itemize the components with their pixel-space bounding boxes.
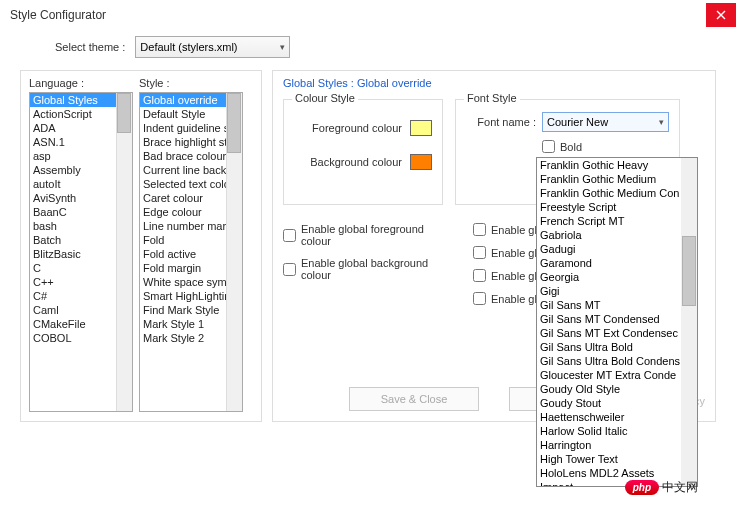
font-name-label: Font name : xyxy=(466,116,536,128)
enable-global-fg-checkbox[interactable]: Enable global foreground colour xyxy=(283,223,455,247)
font-option[interactable]: Georgia xyxy=(537,270,683,284)
font-option[interactable]: Gil Sans MT xyxy=(537,298,683,312)
list-item[interactable]: Smart HighLighting xyxy=(140,289,228,303)
list-item[interactable]: BaanC xyxy=(30,205,118,219)
font-option[interactable]: Haettenschweiler xyxy=(537,410,683,424)
list-item[interactable]: White space symb xyxy=(140,275,228,289)
scroll-thumb[interactable] xyxy=(117,93,131,133)
list-item[interactable]: Edge colour xyxy=(140,205,228,219)
font-option[interactable]: Gil Sans Ultra Bold Condens xyxy=(537,354,683,368)
theme-value: Default (stylers.xml) xyxy=(140,41,237,53)
list-item[interactable]: Default Style xyxy=(140,107,228,121)
font-option[interactable]: Gloucester MT Extra Conde xyxy=(537,368,683,382)
list-item[interactable]: C# xyxy=(30,289,118,303)
list-item[interactable]: BlitzBasic xyxy=(30,247,118,261)
theme-select[interactable]: Default (stylers.xml) ▾ xyxy=(135,36,290,58)
font-option[interactable]: HoloLens MDL2 Assets xyxy=(537,466,683,480)
list-item[interactable]: Selected text colou xyxy=(140,177,228,191)
bg-label: Background colour xyxy=(310,156,402,168)
watermark: php 中文网 xyxy=(625,479,698,496)
list-item[interactable]: ActionScript xyxy=(30,107,118,121)
list-item[interactable]: ADA xyxy=(30,121,118,135)
bold-checkbox[interactable]: Bold xyxy=(542,140,669,153)
list-item[interactable]: Global Styles xyxy=(30,93,118,107)
list-item[interactable]: Caret colour xyxy=(140,191,228,205)
list-item[interactable]: ASN.1 xyxy=(30,135,118,149)
enable-global-bg-checkbox[interactable]: Enable global background colour xyxy=(283,257,455,281)
close-icon xyxy=(716,10,726,20)
list-item[interactable]: Fold xyxy=(140,233,228,247)
font-option[interactable]: Gil Sans MT Ext Condensec xyxy=(537,326,683,340)
chevron-down-icon: ▾ xyxy=(280,42,285,52)
save-close-button[interactable]: Save & Close xyxy=(349,387,479,411)
font-option[interactable]: Gigi xyxy=(537,284,683,298)
titlebar: Style Configurator xyxy=(0,0,736,30)
font-legend: Font Style xyxy=(464,92,520,104)
font-option[interactable]: Harlow Solid Italic xyxy=(537,424,683,438)
close-button[interactable] xyxy=(706,3,736,27)
font-option[interactable]: High Tower Text xyxy=(537,452,683,466)
list-item[interactable]: Brace highlight styl xyxy=(140,135,228,149)
font-option[interactable]: French Script MT xyxy=(537,214,683,228)
colour-style-group: Colour Style Foreground colour Backgroun… xyxy=(283,99,443,205)
font-option[interactable]: Franklin Gothic Medium Con xyxy=(537,186,683,200)
list-item[interactable]: C++ xyxy=(30,275,118,289)
font-option[interactable]: Gadugi xyxy=(537,242,683,256)
bg-colour-swatch[interactable] xyxy=(410,154,432,170)
list-item[interactable]: Batch xyxy=(30,233,118,247)
list-item[interactable]: Line number margin xyxy=(140,219,228,233)
font-option[interactable]: Goudy Stout xyxy=(537,396,683,410)
list-item[interactable]: AviSynth xyxy=(30,191,118,205)
scroll-thumb[interactable] xyxy=(227,93,241,153)
language-list[interactable]: Global StylesActionScriptADAASN.1aspAsse… xyxy=(29,92,133,412)
left-panel: Language : Global StylesActionScriptADAA… xyxy=(20,70,262,422)
fg-label: Foreground colour xyxy=(312,122,402,134)
language-label: Language : xyxy=(29,77,133,89)
list-item[interactable]: Fold active xyxy=(140,247,228,261)
list-item[interactable]: Bad brace colour xyxy=(140,149,228,163)
font-option[interactable]: Gil Sans Ultra Bold xyxy=(537,340,683,354)
list-item[interactable]: COBOL xyxy=(30,331,118,345)
scrollbar[interactable] xyxy=(681,158,697,486)
list-item[interactable]: C xyxy=(30,261,118,275)
colour-legend: Colour Style xyxy=(292,92,358,104)
scrollbar[interactable] xyxy=(226,93,242,411)
theme-row: Select theme : Default (stylers.xml) ▾ xyxy=(0,30,736,70)
window-title: Style Configurator xyxy=(10,8,106,22)
watermark-badge: php xyxy=(625,480,659,495)
fg-colour-swatch[interactable] xyxy=(410,120,432,136)
list-item[interactable]: Assembly xyxy=(30,163,118,177)
style-list[interactable]: Global overrideDefault StyleIndent guide… xyxy=(139,92,243,412)
font-option[interactable]: Franklin Gothic Medium xyxy=(537,172,683,186)
font-option[interactable]: Gabriola xyxy=(537,228,683,242)
font-name-select[interactable]: Courier New ▾ xyxy=(542,112,669,132)
list-item[interactable]: Fold margin xyxy=(140,261,228,275)
list-item[interactable]: Indent guideline sty xyxy=(140,121,228,135)
list-item[interactable]: Global override xyxy=(140,93,228,107)
font-dropdown[interactable]: Franklin Gothic HeavyFranklin Gothic Med… xyxy=(536,157,698,487)
font-option[interactable]: Harrington xyxy=(537,438,683,452)
list-item[interactable]: CMakeFile xyxy=(30,317,118,331)
watermark-text: 中文网 xyxy=(662,479,698,496)
font-option[interactable]: Goudy Old Style xyxy=(537,382,683,396)
font-name-value: Courier New xyxy=(547,116,608,128)
list-item[interactable]: Current line backgr xyxy=(140,163,228,177)
list-item[interactable]: bash xyxy=(30,219,118,233)
font-option[interactable]: Franklin Gothic Heavy xyxy=(537,158,683,172)
list-item[interactable]: Find Mark Style xyxy=(140,303,228,317)
style-heading: Global Styles : Global override xyxy=(283,77,705,89)
scrollbar[interactable] xyxy=(116,93,132,411)
font-option[interactable]: Freestyle Script xyxy=(537,200,683,214)
scroll-thumb[interactable] xyxy=(682,236,696,306)
style-label: Style : xyxy=(139,77,243,89)
list-item[interactable]: Caml xyxy=(30,303,118,317)
font-option[interactable]: Gil Sans MT Condensed xyxy=(537,312,683,326)
chevron-down-icon: ▾ xyxy=(659,117,664,127)
theme-label: Select theme : xyxy=(55,41,125,53)
list-item[interactable]: autoIt xyxy=(30,177,118,191)
list-item[interactable]: Mark Style 1 xyxy=(140,317,228,331)
list-item[interactable]: Mark Style 2 xyxy=(140,331,228,345)
font-option[interactable]: Garamond xyxy=(537,256,683,270)
list-item[interactable]: asp xyxy=(30,149,118,163)
